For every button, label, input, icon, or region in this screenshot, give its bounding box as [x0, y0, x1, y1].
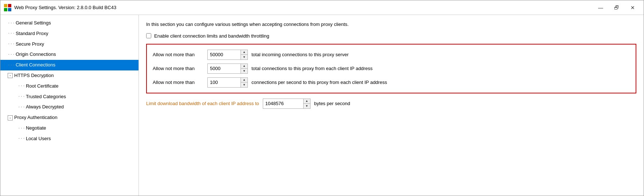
- sidebar-item-secure-proxy[interactable]: ··· Secure Proxy: [0, 39, 138, 50]
- bandwidth-row: Limit download bandwidth of each client …: [146, 99, 636, 109]
- sidebar-item-general-settings[interactable]: ··· General Settings: [0, 18, 138, 28]
- sidebar-label-standard-proxy: Standard Proxy: [16, 30, 48, 38]
- sidebar-label-client-connections: Client Connections: [16, 61, 55, 69]
- bandwidth-input[interactable]: [263, 99, 303, 108]
- total-incoming-spinner-buttons: ▲ ▼: [241, 50, 247, 59]
- sidebar-item-origin-connections[interactable]: ··· Origin Connections: [0, 49, 138, 60]
- sidebar-label-origin-connections: Origin Connections: [16, 51, 56, 58]
- tree-connector: ···: [8, 41, 15, 47]
- per-second-row: Allow not more than ▲ ▼ connections per …: [153, 77, 630, 88]
- title-bar: Web Proxy Settings. Version: 2.8.0.0 Bui…: [0, 0, 644, 15]
- sidebar-label-root-certificate: Root Certificate: [26, 82, 59, 90]
- per-second-spinner-buttons: ▲ ▼: [241, 78, 247, 87]
- tree-connector: ···: [18, 83, 25, 89]
- per-second-suffix: connections per second to this proxy fro…: [251, 80, 387, 85]
- sidebar-item-negotiate[interactable]: ··· Negotiate: [0, 123, 138, 134]
- title-bar-controls: — 🗗 ✕: [593, 2, 640, 13]
- per-client-ip-prefix: Allow not more than: [153, 66, 204, 71]
- enable-checkbox-row: Enable client connection limits and band…: [146, 33, 636, 39]
- sidebar-label-https-decryption: HTTPS Decryption: [14, 72, 54, 80]
- tree-connector: ···: [8, 62, 15, 69]
- sidebar: ··· General Settings ··· Standard Proxy …: [0, 15, 139, 196]
- sidebar-item-standard-proxy[interactable]: ··· Standard Proxy: [0, 28, 138, 39]
- sidebar-item-https-decryption[interactable]: - HTTPS Decryption: [0, 70, 138, 81]
- bandwidth-down[interactable]: ▼: [304, 104, 310, 108]
- close-button[interactable]: ✕: [625, 2, 640, 13]
- enable-checkbox-label: Enable client connection limits and band…: [154, 33, 269, 39]
- tree-connector: ···: [8, 51, 15, 58]
- per-client-ip-input[interactable]: [208, 64, 241, 73]
- total-incoming-input[interactable]: [208, 50, 241, 59]
- sidebar-label-negotiate: Negotiate: [26, 124, 46, 132]
- sidebar-label-local-users: Local Users: [26, 135, 51, 143]
- tree-connector: ···: [18, 125, 25, 132]
- sidebar-item-local-users[interactable]: ··· Local Users: [0, 134, 138, 144]
- svg-rect-0: [4, 4, 7, 7]
- sidebar-item-client-connections[interactable]: ··· Client Connections: [0, 60, 138, 70]
- per-client-ip-spinner-buttons: ▲ ▼: [241, 64, 247, 73]
- sidebar-item-root-certificate[interactable]: ··· Root Certificate: [0, 81, 138, 92]
- sidebar-label-secure-proxy: Secure Proxy: [16, 41, 44, 48]
- per-client-ip-down[interactable]: ▼: [241, 69, 247, 73]
- tree-connector: ···: [18, 93, 25, 100]
- tree-connector: ···: [8, 20, 15, 27]
- per-second-down[interactable]: ▼: [241, 82, 247, 87]
- bandwidth-spinner: ▲ ▼: [263, 99, 311, 109]
- total-incoming-down[interactable]: ▼: [241, 55, 247, 59]
- main-content: ··· General Settings ··· Standard Proxy …: [0, 15, 644, 196]
- svg-rect-3: [8, 8, 11, 11]
- per-client-ip-spinner: ▲ ▼: [207, 64, 248, 74]
- bandwidth-up[interactable]: ▲: [304, 99, 310, 104]
- sidebar-item-proxy-authentication[interactable]: - Proxy Authentication: [0, 112, 138, 123]
- total-incoming-suffix: total incoming connections to this proxy…: [251, 52, 349, 57]
- content-panel: In this section you can configure variou…: [139, 15, 644, 196]
- per-client-ip-row: Allow not more than ▲ ▼ total connection…: [153, 64, 630, 74]
- per-client-ip-up[interactable]: ▲: [241, 64, 247, 69]
- tree-connector: ···: [18, 135, 25, 142]
- per-second-input[interactable]: [208, 78, 241, 87]
- title-bar-left: Web Proxy Settings. Version: 2.8.0.0 Bui…: [4, 4, 116, 11]
- sidebar-item-always-decrypted[interactable]: ··· Always Decrypted: [0, 102, 138, 112]
- minimize-button[interactable]: —: [593, 2, 608, 13]
- tree-expander-proxy-auth[interactable]: -: [8, 115, 13, 120]
- total-incoming-up[interactable]: ▲: [241, 50, 247, 55]
- per-second-up[interactable]: ▲: [241, 78, 247, 82]
- sidebar-item-trusted-categories[interactable]: ··· Trusted Categories: [0, 92, 138, 102]
- bandwidth-label: Limit download bandwidth of each client …: [146, 101, 259, 106]
- app-icon: [4, 4, 11, 11]
- sidebar-label-general-settings: General Settings: [16, 19, 51, 27]
- main-window: Web Proxy Settings. Version: 2.8.0.0 Bui…: [0, 0, 644, 196]
- total-incoming-spinner: ▲ ▼: [207, 50, 248, 60]
- sidebar-label-always-decrypted: Always Decrypted: [26, 103, 64, 111]
- restore-button[interactable]: 🗗: [609, 2, 624, 13]
- per-second-prefix: Allow not more than: [153, 80, 204, 85]
- total-incoming-row: Allow not more than ▲ ▼ total incoming c…: [153, 50, 630, 60]
- description-text: In this section you can configure variou…: [146, 21, 636, 28]
- enable-checkbox[interactable]: [146, 33, 151, 38]
- tree-connector: ···: [18, 104, 25, 111]
- total-incoming-prefix: Allow not more than: [153, 52, 204, 57]
- sidebar-label-proxy-authentication: Proxy Authentication: [14, 114, 58, 122]
- per-client-ip-suffix: total connections to this proxy from eac…: [251, 66, 372, 71]
- bandwidth-suffix: bytes per second: [314, 101, 350, 106]
- tree-connector: ···: [8, 30, 15, 37]
- per-second-spinner: ▲ ▼: [207, 77, 248, 88]
- bandwidth-spinner-buttons: ▲ ▼: [303, 99, 310, 108]
- tree-expander-https[interactable]: -: [8, 73, 13, 78]
- sidebar-label-trusted-categories: Trusted Categories: [26, 93, 66, 101]
- svg-rect-2: [4, 8, 7, 11]
- svg-rect-1: [8, 4, 11, 7]
- connection-limits-box: Allow not more than ▲ ▼ total incoming c…: [146, 44, 636, 93]
- window-title: Web Proxy Settings. Version: 2.8.0.0 Bui…: [14, 5, 116, 10]
